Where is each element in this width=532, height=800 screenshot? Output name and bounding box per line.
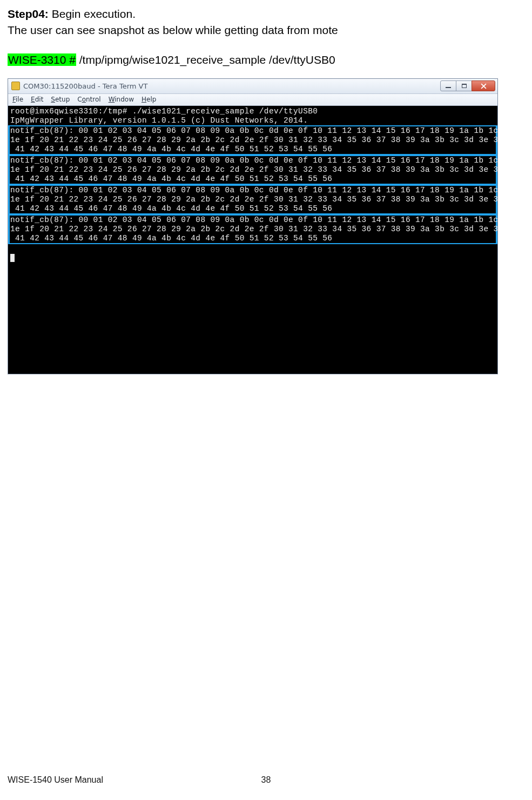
term-output-block: notif_cb(87): 00 01 02 03 04 05 06 07 08… xyxy=(8,214,497,244)
window-title: COM30:115200baud - Tera Term VT xyxy=(23,82,441,90)
shell-command: /tmp/ipmg/wise1021_receive_sample /dev/t… xyxy=(76,53,335,66)
menu-file[interactable]: File xyxy=(12,96,23,103)
footer-page-number: 38 xyxy=(261,775,271,785)
app-icon xyxy=(11,82,20,90)
window-titlebar[interactable]: COM30:115200baud - Tera Term VT xyxy=(8,79,497,94)
terminal-body[interactable]: root@imx6qwise3310:/tmp# ./wise1021_rece… xyxy=(8,106,497,374)
term-output-block: notif_cb(87): 00 01 02 03 04 05 06 07 08… xyxy=(8,155,497,185)
step-text: Begin execution. xyxy=(49,8,136,20)
maximize-button[interactable] xyxy=(456,80,472,91)
menu-window[interactable]: Window xyxy=(109,96,134,103)
term-line: IpMgWrapper Library, version 1.0.1.5 (c)… xyxy=(10,116,308,125)
menu-control[interactable]: Control xyxy=(77,96,100,103)
term-output-block: notif_cb(87): 00 01 02 03 04 05 06 07 08… xyxy=(8,125,497,155)
close-icon xyxy=(481,83,487,89)
menubar: File Edit Setup Control Window Help xyxy=(8,94,497,106)
shell-prompt: WISE-3310 # xyxy=(8,53,76,66)
close-button[interactable] xyxy=(472,80,495,91)
terminal-window: COM30:115200baud - Tera Term VT File Edi… xyxy=(8,78,498,374)
step-label: Step04: xyxy=(8,8,49,20)
menu-help[interactable]: Help xyxy=(142,96,156,103)
step-heading: Step04: Begin execution. xyxy=(8,6,524,22)
window-controls xyxy=(441,80,495,91)
term-line: root@imx6qwise3310:/tmp# ./wise1021_rece… xyxy=(10,107,318,116)
command-line: WISE-3310 # /tmp/ipmg/wise1021_receive_s… xyxy=(8,53,524,66)
terminal-cursor xyxy=(10,254,15,262)
menu-setup[interactable]: Setup xyxy=(51,96,70,103)
step-description: The user can see snapshot as below while… xyxy=(8,23,524,38)
minimize-button[interactable] xyxy=(440,80,456,91)
footer-doc-title: WISE-1540 User Manual xyxy=(8,775,103,785)
page-footer: WISE-1540 User Manual 38 xyxy=(8,775,524,785)
menu-edit[interactable]: Edit xyxy=(31,96,43,103)
term-output-block: notif_cb(87): 00 01 02 03 04 05 06 07 08… xyxy=(8,185,497,214)
